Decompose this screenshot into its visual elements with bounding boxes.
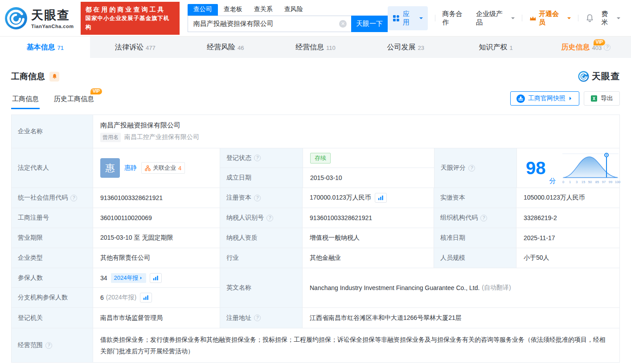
annual-report-badge[interactable]: 2024年报	[111, 273, 146, 283]
tab-legal-litigation[interactable]: 法律诉讼 477	[90, 37, 180, 58]
related-companies-badge[interactable]: 关联企业 4	[141, 162, 185, 174]
table-row-scope: 经营范围 借款类担保业务；发行债券担保业务和其他融资担保业务；投标担保；工程履约…	[12, 328, 619, 362]
brand-logo[interactable]: 天眼查 TianYanCha.com	[4, 7, 74, 30]
top-nav: 应用 商务合作 企业级产品 开通会员	[388, 6, 620, 30]
score-value: 98 分 0	[516, 148, 626, 188]
table-row-company-type: 企业类型 其他有限责任公司 行业 其他金融业 人员规模 小于50人	[12, 248, 619, 268]
establish-date-value: 2015-03-10	[303, 168, 434, 188]
company-name-value: 南昌产投融资担保有限公司	[100, 121, 180, 130]
subtab-bar: 工商信息 VIP历史工商信息	[11, 92, 95, 109]
watermark-logo: 天眼查	[578, 70, 620, 82]
address-value: 江西省南昌市红谷滩区丰和中大道1266号翠林大厦21层	[302, 308, 619, 328]
chevron-down-icon	[511, 17, 515, 21]
clear-search-icon[interactable]	[339, 20, 347, 28]
brand-name: 天眼查	[31, 7, 74, 23]
svg-text:50: 50	[588, 180, 591, 184]
page: 天眼查 TianYanCha.com 都在用的商业查询工具 国家中小企业发展子基…	[0, 0, 631, 364]
search-input-wrap	[188, 16, 351, 32]
monitor-bell-icon[interactable]	[49, 72, 59, 82]
help-icon[interactable]	[266, 215, 273, 221]
export-button[interactable]: 导出	[584, 91, 620, 106]
insured-trend-icon[interactable]	[150, 273, 162, 283]
org-chart-icon	[145, 165, 151, 171]
tab-history-info[interactable]: VIP 历史信息 403	[541, 37, 631, 58]
help-icon[interactable]	[468, 165, 475, 172]
tianyancha-watermark-icon	[578, 71, 589, 82]
apps-label: 应用	[403, 10, 416, 27]
subtab-history-business-info[interactable]: VIP历史工商信息	[53, 92, 95, 109]
official-snapshot-button[interactable]: 工商官网快照	[510, 91, 579, 106]
subtab-business-info[interactable]: 工商信息	[11, 92, 40, 109]
help-icon[interactable]	[70, 195, 77, 201]
branch-insured-value: 6 (2024年报)	[93, 288, 220, 307]
legal-rep-link[interactable]: 惠静	[124, 164, 137, 172]
legal-rep-avatar[interactable]: 惠	[100, 158, 120, 178]
uscc-label: 统一社会信用代码	[12, 188, 93, 208]
insured-value: 34 2024年报	[93, 268, 220, 288]
reg-status-label: 登记状态	[220, 148, 303, 168]
search-tab-company[interactable]: 查公司	[188, 4, 218, 16]
authority-label: 登记机关	[12, 308, 93, 328]
branch-insured-trend-icon[interactable]	[140, 293, 152, 303]
search-input[interactable]	[188, 20, 339, 28]
username: 费米	[601, 10, 615, 27]
address-label: 注册地址	[220, 308, 302, 328]
svg-text:97: 97	[602, 180, 605, 184]
insured-label: 参保人数	[12, 268, 93, 288]
apps-menu[interactable]: 应用	[388, 6, 427, 30]
site-header: 天眼查 TianYanCha.com 都在用的商业查询工具 国家中小企业发展子基…	[0, 0, 631, 36]
nav-business-cooperation[interactable]: 商务合作	[442, 10, 468, 27]
search-tab-risk[interactable]: 查风险	[279, 4, 309, 16]
search-tab-boss[interactable]: 查老板	[218, 4, 248, 16]
slogan-line2: 国家中小企业发展子基金旗下机构	[85, 14, 175, 32]
tab-operation-risk[interactable]: 经营风险 46	[180, 37, 270, 58]
score-number: 98	[526, 159, 546, 177]
table-row-legal-rep: 法定代表人 惠 惠静 关联企业 4	[12, 148, 619, 188]
crown-icon	[529, 15, 537, 21]
tab-basic-info[interactable]: 基本信息 71	[0, 37, 90, 58]
tianyancha-logo-icon	[4, 7, 28, 30]
company-type-value: 其他有限责任公司	[93, 248, 220, 268]
chevron-right-icon	[570, 97, 573, 100]
table-row-term: 营业期限 2015-03-10 至 无固定期限 纳税人资质 增值税一般纳税人 核…	[12, 228, 619, 248]
brand-domain: TianYanCha.com	[31, 24, 74, 29]
staff-size-label: 人员规模	[434, 248, 516, 268]
nav-open-vip[interactable]: 开通会员	[529, 10, 571, 27]
help-icon[interactable]	[480, 215, 487, 221]
tab-intellectual-property[interactable]: 知识产权 1	[451, 37, 541, 58]
svg-text:100: 100	[615, 180, 620, 184]
help-icon[interactable]	[254, 195, 261, 201]
former-name-badge: 曾用名	[100, 133, 121, 142]
taxpayer-quality-label: 纳税人资质	[220, 228, 302, 248]
help-icon[interactable]	[45, 342, 52, 349]
divider	[522, 15, 522, 21]
help-icon[interactable]	[604, 44, 611, 51]
nav-enterprise-products[interactable]: 企业级产品	[476, 10, 515, 27]
reg-no-label: 工商注册号	[12, 208, 93, 228]
chevron-down-icon	[617, 17, 620, 21]
divider	[578, 15, 578, 21]
help-icon[interactable]	[254, 155, 261, 161]
org-code-value: 33286219-2	[516, 208, 619, 228]
auto-translate-note: (自动翻译)	[482, 284, 511, 292]
table-row-reg-no: 工商注册号 360100110020069 纳税人识别号 91360100332…	[12, 208, 619, 228]
excel-icon	[590, 95, 598, 102]
legal-rep-label: 法定代表人	[12, 148, 93, 188]
taxpayer-id-label: 纳税人识别号	[220, 208, 302, 228]
user-menu[interactable]: 费米	[601, 10, 620, 27]
search-button[interactable]: 天眼一下	[351, 16, 388, 32]
capital-trend-icon[interactable]	[375, 193, 387, 203]
company-name-label: 企业名称	[12, 115, 93, 148]
uscc-value: 913601003328621921	[93, 188, 220, 208]
search-tab-relation[interactable]: 查关系	[248, 4, 279, 16]
tab-company-development[interactable]: 公司发展 23	[361, 37, 451, 58]
establish-date-label: 成立日期	[220, 168, 303, 188]
divider	[435, 15, 435, 21]
notification-bell-icon[interactable]	[586, 14, 594, 22]
tab-operation-info[interactable]: 经营信息 110	[270, 37, 361, 58]
industry-label: 行业	[220, 248, 302, 268]
help-icon[interactable]	[254, 315, 261, 321]
enterprise-label: 企业级产品	[476, 10, 509, 27]
search-area: 查公司 查老板 查关系 查风险 天眼一下	[188, 4, 388, 32]
score-label: 天眼评分	[434, 148, 516, 188]
